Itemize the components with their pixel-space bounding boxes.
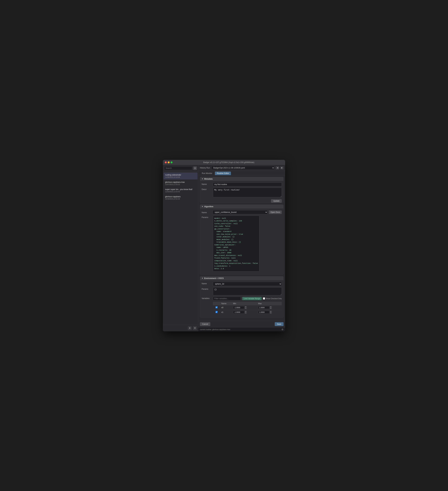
var-max-up-1[interactable]: ▲ [270, 311, 272, 312]
metadata-body: Name Descr Update [200, 181, 283, 200]
name-field-row: Name [202, 182, 282, 186]
variables-content: Limit Variable Range Show Checked Only [213, 297, 282, 314]
table-row: x0 ▲ ▼ ▲ ▼ [213, 305, 282, 310]
algo-params-text[interactable]: model: null n_monte_carlo_samples: 128 t… [213, 216, 259, 272]
variables-row: Variables Limit Variable Range Show Chec… [202, 297, 282, 314]
cancel-button[interactable]: Cancel [200, 322, 210, 326]
name-label: Name [202, 182, 211, 185]
algorithm-body: Name upper_confidence_bound Open Docs Pa… [200, 208, 283, 274]
algorithm-select[interactable]: upper_confidence_bound [213, 210, 268, 214]
limit-range-button[interactable]: Limit Variable Range [242, 297, 262, 300]
sidebar: + rustling-sidewinder 11/08/2023,10:18:0… [163, 165, 198, 331]
table-row: x1 ▲ ▼ ▲ ▼ [213, 310, 282, 314]
titlebar: Badger v0.11+107.g7f15964 (Xopt v2.0a1+2… [163, 160, 285, 165]
var-max-down-1[interactable]: ▼ [270, 312, 272, 314]
table-col-max: Max [257, 302, 282, 305]
var-checkbox-1[interactable] [215, 311, 218, 313]
environment-select[interactable]: sphere_2d [213, 282, 282, 286]
descr-field-row: Descr [202, 188, 282, 197]
sidebar-item-2[interactable]: super super lon...you know that! 11/03/2… [164, 187, 197, 194]
minimize-button[interactable] [168, 161, 170, 163]
descr-textarea[interactable] [213, 188, 282, 197]
algo-params-label: Params [202, 216, 211, 218]
status-bar: current routine: glorious-capybara-max ⚙ [198, 327, 285, 331]
var-max-0[interactable] [258, 306, 269, 309]
search-input[interactable] [164, 166, 192, 170]
save-button[interactable]: Save [275, 322, 283, 326]
open-docs-button[interactable]: Open Docs [269, 210, 282, 214]
algorithm-label: Algorithm [204, 206, 213, 208]
settings-button[interactable]: ⚙ [282, 328, 283, 331]
algo-name-row: Name upper_confidence_bound Open Docs [202, 210, 282, 214]
metadata-label: Metadata [204, 178, 213, 180]
current-routine-text: current routine: glorious-capybara-max [200, 329, 230, 330]
var-name-0: x0 [220, 305, 232, 310]
env-name-label: Name [202, 282, 211, 285]
var-checkbox-0[interactable] [215, 306, 218, 308]
sidebar-item-date-3: 10/18/2023,22:52:20 [165, 198, 193, 200]
app-window: Badger v0.11+107.g7f15964 (Xopt v2.0a1+2… [163, 160, 285, 331]
table-col-name: Name [220, 302, 232, 305]
var-min-0[interactable] [233, 306, 244, 309]
var-min-down-1[interactable]: ▼ [245, 312, 247, 314]
right-panel: History Run BadgerOpt-2023-11-08-103639.… [198, 165, 285, 331]
algo-params-row: Params model: null n_monte_carlo_samples… [202, 216, 282, 272]
algorithm-header[interactable]: ▼ Algorithm [200, 205, 283, 208]
env-params-label: Params [202, 287, 211, 290]
metadata-section: ▼ Metadata Name Descr Update [200, 177, 283, 203]
sidebar-item-name-3: glorious-capybara [165, 196, 193, 198]
var-min-1[interactable] [233, 311, 244, 314]
search-bar: + [163, 165, 198, 171]
bottom-bar: Cancel Save [198, 321, 285, 327]
sidebar-item-0[interactable]: rustling-sidewinder 11/08/2023,10:18:08 … [164, 172, 197, 179]
env-name-row: Name sphere_2d [202, 282, 282, 286]
var-max-1[interactable] [258, 311, 269, 314]
variables-label: Variables [202, 297, 211, 300]
descr-label: Descr [202, 188, 211, 190]
algo-name-label: Name [202, 211, 211, 214]
env-params-textarea[interactable] [213, 287, 282, 295]
sidebar-item-1[interactable]: glorious-capybara-max 11/07/2023,11:03:3… [164, 180, 197, 187]
export-button[interactable]: ⬆ [193, 326, 197, 330]
table-col-min: Min [232, 302, 257, 305]
prev-button[interactable]: ◀ [276, 166, 279, 170]
editor-area: ▼ Metadata Name Descr Update [198, 175, 285, 321]
traffic-lights [165, 161, 173, 163]
sidebar-footer: ⬇ ⬆ [163, 325, 198, 331]
var-max-up-0[interactable]: ▲ [270, 306, 272, 308]
filter-variables-input[interactable] [213, 297, 241, 301]
algorithm-section: ▼ Algorithm Name upper_confidence_bound … [200, 205, 283, 274]
add-routine-button[interactable]: + [193, 166, 197, 170]
window-title: Badger v0.11+107.g7f15964 (Xopt v2.0a1+2… [175, 161, 283, 163]
tab-routine-editor[interactable]: Routine Editor [215, 171, 231, 175]
variables-table: Name Min Max x0 [213, 302, 282, 314]
environment-section: ▼ Environment + VOCS Name sphere_2d Para… [200, 276, 283, 318]
environment-label: Environment + VOCS [204, 277, 224, 279]
sidebar-item-name-1: glorious-capybara-max [165, 181, 193, 183]
tab-run-monitor[interactable]: Run Monitor [200, 171, 214, 175]
import-button[interactable]: ⬇ [188, 326, 192, 330]
metadata-header[interactable]: ▼ Metadata [200, 177, 283, 181]
var-min-up-1[interactable]: ▲ [245, 311, 247, 312]
main-content: + rustling-sidewinder 11/08/2023,10:18:0… [163, 165, 285, 331]
environment-chevron-icon: ▼ [202, 277, 203, 279]
history-run-label: History Run [200, 167, 210, 169]
file-selector[interactable]: BadgerOpt-2023-11-08-103639.yaml [211, 166, 274, 170]
algorithm-chevron-icon: ▼ [202, 206, 203, 208]
sidebar-item-date-0: 11/08/2023,10:18:08 [165, 176, 193, 178]
update-button[interactable]: Update [271, 199, 282, 203]
close-button[interactable] [165, 161, 167, 163]
var-min-up-0[interactable]: ▲ [245, 306, 247, 308]
routine-name-input[interactable] [213, 182, 282, 186]
var-max-down-0[interactable]: ▼ [270, 308, 272, 309]
show-checked-checkbox[interactable] [263, 297, 265, 300]
env-params-row: Params [202, 287, 282, 295]
next-button[interactable]: ▶ [280, 166, 283, 170]
sidebar-item-date-2: 11/03/2023,12:53:43 [165, 191, 193, 193]
var-min-down-0[interactable]: ▼ [245, 308, 247, 309]
var-name-1: x1 [220, 310, 232, 314]
sidebar-item-3[interactable]: glorious-capybara 10/18/2023,22:52:20 ✕ [164, 194, 197, 201]
fullscreen-button[interactable] [171, 161, 173, 163]
environment-header[interactable]: ▼ Environment + VOCS [200, 276, 283, 280]
metadata-chevron-icon: ▼ [202, 178, 203, 180]
